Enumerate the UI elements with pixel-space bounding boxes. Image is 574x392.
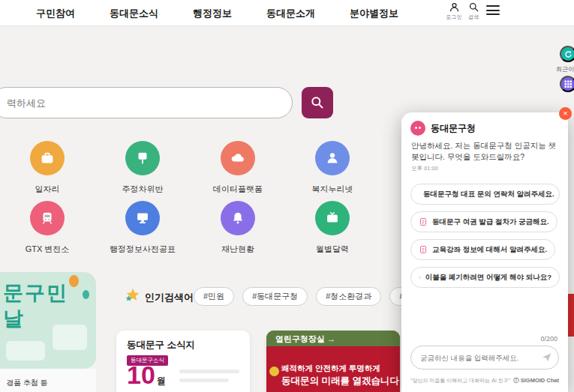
tag-dongdaemun-office[interactable]: #동대문구청 <box>242 287 308 306</box>
cloud-icon <box>221 141 255 175</box>
search-label: 검색 <box>468 13 479 21</box>
quick-link-label: 일자리 <box>6 184 89 195</box>
nav-item-administrative-info[interactable]: 행정정보 <box>193 7 232 20</box>
main-menu: 구민참여 동대문소식 행정정보 동대문소개 분야별정보 <box>36 7 398 20</box>
tag-minwon[interactable]: #민원 <box>194 287 234 306</box>
grid-icon <box>563 79 572 88</box>
mayor-card-slogan-1: 쾌적하게 안전하게 투명하게 <box>281 364 380 374</box>
chatbot-brand: ⓘ SIGMOID Chat <box>513 377 559 385</box>
newsletter-skeleton-line <box>179 370 239 373</box>
monitor-icon <box>125 201 160 235</box>
newsletter-title: 동대문구 소식지 <box>127 339 195 352</box>
chatbot-footer: "당신의 마음을 이해하고 대화하는 AI 친구" ⓘ SIGMOID Chat <box>410 377 559 385</box>
balloon-icon <box>69 275 79 287</box>
login-button[interactable]: 로그인 <box>444 1 464 21</box>
hamburger-menu-icon[interactable] <box>486 5 500 15</box>
quick-link-label: 복지누리넷 <box>291 184 374 195</box>
quick-link-data-platform[interactable]: 데이터플랫폼 <box>197 141 279 195</box>
chat-quick-reply-label: 동대문구 여권 발급 절차가 궁금해요. <box>432 217 549 227</box>
popular-search-title: 인기검색어 <box>145 291 194 304</box>
chat-quick-reply-disposal[interactable]: 이불을 폐기하려면 어떻게 해야 되나요? <box>410 267 560 288</box>
chat-quick-reply-contact[interactable]: 동대문구청 대표 문의 연락처 알려주세요. <box>410 184 560 205</box>
emblem-icon <box>269 367 279 376</box>
quick-link-welfare-net[interactable]: 복지누리넷 <box>291 141 374 195</box>
nav-item-by-field[interactable]: 분야별정보 <box>350 7 398 20</box>
nav-item-about[interactable]: 동대문소개 <box>266 7 315 20</box>
quick-link-label: 월별달력 <box>291 244 374 255</box>
chat-quick-reply-education[interactable]: 교육강좌 정보에 대해서 알려주세요. <box>410 239 555 260</box>
tag-cleaning-environment[interactable]: #청소환경과 <box>316 287 381 306</box>
parking-sign-icon <box>125 141 160 175</box>
chat-quick-reply-label: 교육강좌 정보에 대해서 알려주세요. <box>432 245 547 255</box>
top-nav: 구민참여 동대문소식 행정정보 동대문소개 분야별정보 로그인 검색 <box>0 0 574 26</box>
quick-link-label: 재난현황 <box>197 244 279 255</box>
mayor-office-card[interactable]: 열린구청장실 → 쾌적하게 안전하게 투명하게 동대문의 미래를 열겠습니다 <box>266 331 400 392</box>
chatbot-avatar-icon <box>410 121 425 136</box>
bell-icon <box>221 201 255 235</box>
search-input[interactable] <box>0 87 293 118</box>
newsletter-skeleton-line <box>179 379 229 382</box>
banner-footer: 경품 추첨 등 <box>0 369 96 392</box>
newsletter-card[interactable]: 동대문구 소식지 동대문구소식 10 월 <box>116 331 250 392</box>
refresh-icon <box>563 49 573 59</box>
balloon-icon <box>83 290 89 299</box>
quick-link-monthly-calendar[interactable]: 월별달력 <box>291 201 374 255</box>
all-services-button[interactable] <box>560 76 574 92</box>
nav-item-news[interactable]: 동대문소식 <box>110 7 158 20</box>
quick-link-label: 행정정보사전공표 <box>101 244 184 255</box>
chatbot-greeting: 안녕하세요. 저는 동대문구청 인공지능 챗봇입니다. 무엇을 도와드릴까요? <box>411 140 559 163</box>
document-icon <box>419 217 428 226</box>
recent-used-label: 최근이용 <box>556 65 574 73</box>
chatbot-footer-quote: "당신의 마음을 이해하고 대화하는 AI 친구" <box>410 377 510 385</box>
search-icon <box>468 1 479 13</box>
quick-link-gtx[interactable]: GTX 변전소 <box>6 201 89 255</box>
chatbot-timestamp: 오후 01:00 <box>411 165 438 172</box>
page: 구민참여 동대문소식 행정정보 동대문소개 분야별정보 로그인 검색 최근이용 … <box>0 0 574 392</box>
quick-link-label: 주정차위반 <box>101 184 184 195</box>
search-menu-button[interactable]: 검색 <box>464 1 483 21</box>
train-icon <box>30 201 65 235</box>
send-icon <box>541 352 552 363</box>
quick-link-label: 데이터플랫폼 <box>197 184 279 195</box>
chatbot-close-button[interactable]: × <box>559 107 572 120</box>
quick-link-label: GTX 변전소 <box>6 244 89 255</box>
chat-quick-reply-passport[interactable]: 동대문구 여권 발급 절차가 궁금해요. <box>410 211 557 232</box>
quick-link-parking-violation[interactable]: 주정차위반 <box>101 141 184 195</box>
quick-link-public-disclosure[interactable]: 행정정보사전공표 <box>101 201 184 255</box>
search-button[interactable] <box>302 87 333 118</box>
banner-illustration <box>53 325 87 350</box>
banner-title-line1: 문구민 <box>3 280 68 307</box>
banner-illustration <box>6 341 45 361</box>
magnifier-icon <box>310 95 325 110</box>
nav-item-citizen-participation[interactable]: 구민참여 <box>36 7 75 20</box>
quick-link-disaster-status[interactable]: 재난현황 <box>197 201 279 255</box>
star-icon <box>125 287 141 304</box>
tv-icon <box>315 201 350 235</box>
chat-message-input[interactable] <box>410 346 559 370</box>
recent-used-button[interactable] <box>560 46 574 62</box>
char-counter: 0/200 <box>540 335 557 343</box>
chatbot-title: 동대문구청 <box>431 122 476 135</box>
person-icon <box>315 141 350 175</box>
document-icon <box>419 273 421 282</box>
person-icon <box>449 1 460 13</box>
send-button[interactable] <box>540 352 552 364</box>
chat-quick-reply-label: 동대문구청 대표 문의 연락처 알려주세요. <box>423 190 554 199</box>
mayor-card-header[interactable]: 열린구청장실 → <box>266 331 400 346</box>
quick-link-jobs[interactable]: 일자리 <box>6 141 89 195</box>
banner-note: 경품 추첨 등 <box>6 378 48 388</box>
newsletter-issue-suffix: 월 <box>157 375 166 388</box>
document-icon <box>419 245 428 254</box>
edge-banner-sliver <box>568 294 574 337</box>
briefcase-icon <box>30 141 65 175</box>
citizen-day-banner[interactable]: 문구민 날 <box>0 272 96 369</box>
mayor-card-slogan-2: 동대문의 미래를 열겠습니다 <box>281 375 399 388</box>
banner-title-line2: 날 <box>3 305 23 332</box>
chatbot-header: 동대문구청 <box>410 121 476 136</box>
newsletter-issue-number: 10 <box>127 362 155 388</box>
chat-quick-reply-label: 이불을 폐기하려면 어떻게 해야 되나요? <box>425 273 551 283</box>
login-label: 로그인 <box>446 13 462 21</box>
chatbot-panel: 동대문구청 안녕하세요. 저는 동대문구청 인공지능 챗봇입니다. 무엇을 도와… <box>401 112 568 392</box>
